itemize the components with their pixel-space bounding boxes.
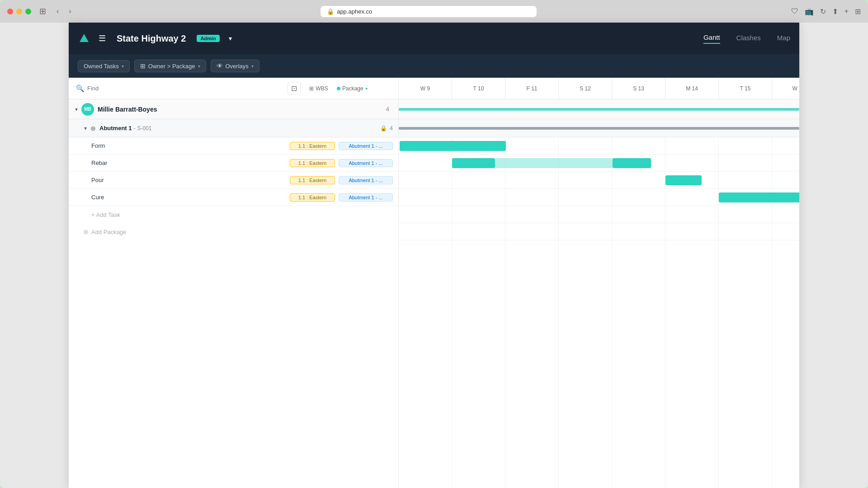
task-name: Form [91,142,290,149]
gantt-rows [399,99,799,240]
browser-window: ⊞ ‹ › 🔒 app.aphex.co 🛡 📺 ↻ ⬆ + ⊞ ☰ [0,0,868,488]
group-gantt-bar [399,108,799,111]
owned-tasks-label: Owned Tasks [84,63,119,70]
task-name: Cure [91,194,290,201]
add-task-label: + Add Task [91,211,120,218]
task-name: Pour [91,177,290,183]
owned-tasks-chevron-icon: ▾ [122,64,124,69]
search-input[interactable] [87,85,178,92]
sidebar-toggle-icon[interactable]: ⊞ [37,5,49,17]
package-dot-icon [337,87,340,90]
package-gantt-bar [399,127,799,130]
tab-gantt[interactable]: Gantt [703,33,720,44]
gantt-week-9: W 9 [399,78,452,99]
table-body: ▾ MB Millie Barratt-Boyes 4 ▾ ⊛ Abutment… [69,99,398,488]
gantt-week-14: M 14 [665,78,719,99]
forward-button[interactable]: › [66,6,73,16]
minimize-button[interactable] [16,9,22,14]
package-tag: Abutment 1 - ... [339,142,393,150]
overlays-label: Overlays [226,63,249,70]
tab-clashes[interactable]: Clashes [736,34,761,43]
user-avatar: MB [81,103,94,116]
gantt-week-10: T 10 [452,78,505,99]
admin-badge: Admin [197,35,219,42]
aphex-logo-icon [78,32,90,45]
url-text: app.aphex.co [337,8,372,15]
owned-tasks-button[interactable]: Owned Tasks ▾ [78,60,130,72]
left-panel: 🔍 ⊡ ⊞ WBS Package ● [69,78,399,488]
table-row: Cure 1.1 : Eastern Abutment 1 - ... [69,189,398,206]
package-column-header: Package ● [337,85,391,92]
maximize-button[interactable] [25,9,31,14]
wbs-tag: 1.1 : Eastern [290,193,335,202]
overlays-button[interactable]: 👁 Overlays ▾ [211,60,259,72]
add-package-label: Add Package [91,229,126,235]
app-header: ☰ State Highway 2 Admin ▾ Gantt Clashes … [69,23,799,54]
group-expand-button[interactable]: ▾ [74,105,79,113]
wbs-tag: 1.1 : Eastern [290,142,335,150]
grid-icon: ⊞ [309,85,314,92]
browser-actions: 🛡 📺 ↻ ⬆ + ⊞ [791,7,861,16]
share-icon[interactable]: ⬆ [832,7,838,16]
overlays-chevron-icon: ▾ [251,64,254,69]
package-name: Abutment 1 [99,125,132,131]
rebar-gantt-bar-solid[interactable] [452,158,495,168]
app-container: ☰ State Highway 2 Admin ▾ Gantt Clashes … [69,23,799,488]
url-bar[interactable]: 🔒 app.aphex.co [320,5,537,18]
owner-package-label: Owner > Package [148,63,195,70]
refresh-icon[interactable]: ↻ [820,7,826,16]
package-row: ▾ ⊛ Abutment 1 - S-001 🔒 4 [69,119,398,137]
package-expand-button[interactable]: ▾ [83,124,88,132]
columns-toggle-button[interactable]: ⊡ [288,82,301,95]
table-row: Form 1.1 : Eastern Abutment 1 - ... [69,137,398,155]
nav-tabs: Gantt Clashes Map [703,33,790,44]
cast-icon[interactable]: 📺 [805,7,814,16]
url-bar-container: 🔒 app.aphex.co [79,5,778,18]
group-row: ▾ MB Millie Barratt-Boyes 4 [69,99,398,119]
layers-icon: ⊛ [90,125,96,132]
project-chevron-icon[interactable]: ▾ [229,35,232,42]
new-tab-icon[interactable]: + [844,7,849,15]
hamburger-menu-button[interactable]: ☰ [99,33,106,43]
close-button[interactable] [7,9,13,14]
package-code-value: S-001 [137,125,152,131]
gantt-week-16: W 16 [772,78,799,99]
package-icon: ⊞ [140,62,146,70]
owner-package-button[interactable]: ⊞ Owner > Package ▾ [134,60,206,72]
gantt-row-pour [399,172,799,189]
table-row: Rebar 1.1 : Eastern Abutment 1 - ... [69,155,398,172]
gantt-row-form [399,137,799,155]
lock-icon: 🔒 [380,125,387,131]
lock-icon: 🔒 [327,8,334,15]
grid-icon[interactable]: ⊞ [855,7,861,16]
gantt-header: W 9 T 10 F 11 S 12 S 13 M 14 [399,78,799,99]
shield-icon[interactable]: 🛡 [791,7,798,15]
toolbar: Owned Tasks ▾ ⊞ Owner > Package ▾ 👁 Over… [69,54,799,78]
group-name: Millie Barratt-Boyes [98,106,386,113]
overlays-icon: 👁 [217,62,223,70]
table-row: Pour 1.1 : Eastern Abutment 1 - ... [69,172,398,189]
wbs-tag: 1.1 : Eastern [290,159,335,167]
table-header: 🔍 ⊡ ⊞ WBS Package ● [69,78,398,99]
rebar-gantt-bar-light [495,158,613,168]
pour-gantt-bar[interactable] [665,175,702,185]
form-gantt-bar[interactable] [400,141,506,151]
wbs-column-header: ⊞ WBS [301,85,337,92]
back-button[interactable]: ‹ [54,6,61,16]
package-tag: Abutment 1 - ... [339,176,393,184]
add-package-row[interactable]: ⊛ Add Package [69,223,398,240]
tab-map[interactable]: Map [777,34,790,43]
layers-add-icon: ⊛ [83,228,89,235]
add-task-row[interactable]: + Add Task [69,206,398,223]
gantt-week-15: T 15 [719,78,772,99]
package-tag: Abutment 1 - ... [339,159,393,167]
traffic-lights [7,9,31,14]
gantt-row-rebar [399,155,799,172]
gantt-panel: W 9 T 10 F 11 S 12 S 13 M 14 [399,78,799,488]
gantt-week-13: S 13 [612,78,665,99]
main-content: 🔍 ⊡ ⊞ WBS Package ● [69,78,799,488]
gantt-body [399,99,799,488]
cure-gantt-bar[interactable] [719,192,799,202]
rebar-gantt-bar-solid2[interactable] [613,158,651,168]
owner-package-chevron-icon: ▾ [198,64,200,69]
